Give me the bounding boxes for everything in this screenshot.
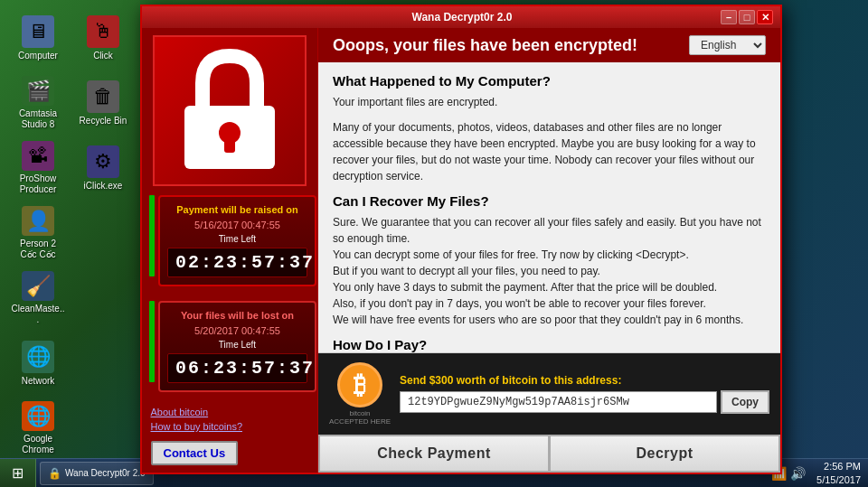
- timer1-box: Payment will be raised on 5/16/2017 00:4…: [158, 195, 316, 286]
- payment-section: ₿ bitcoin ACCEPTED HERE Send $300 worth …: [318, 353, 780, 435]
- timer1-progress-bar: [149, 195, 155, 276]
- timer1-date: 5/16/2017 00:47:55: [167, 220, 307, 230]
- start-icon: ⊞: [12, 464, 24, 482]
- timer2-wrapper: Your files will be lost on 5/20/2017 00:…: [149, 301, 310, 399]
- section1-para1: Your important files are encrypted.: [333, 94, 766, 110]
- timer2-box: Your files will be lost on 5/20/2017 00:…: [158, 301, 316, 392]
- timer2-countdown: 06:23:57:37: [167, 353, 307, 383]
- desktop-icon-network[interactable]: 🌐 Network: [7, 332, 69, 394]
- timer2-label: Time Left: [167, 340, 307, 350]
- content-area[interactable]: What Happened to My Computer? Your impor…: [318, 62, 780, 353]
- taskbar-item-icon: 🔒: [48, 467, 61, 480]
- taskbar-clock[interactable]: 2:56 PM 5/15/2017: [809, 460, 868, 486]
- check-payment-button[interactable]: Check Payment: [318, 435, 550, 473]
- padlock-image: [153, 35, 307, 186]
- window-controls: – □ ✕: [721, 10, 773, 24]
- timer1-title: Payment will be raised on: [167, 204, 307, 216]
- desktop-icon-iclick[interactable]: ⚙ iClick.exe: [72, 137, 134, 199]
- taskbar-item-label: Wana Decrypt0r 2.0: [65, 468, 146, 478]
- tray-volume-icon: 🔊: [790, 466, 806, 481]
- desktop-icon-camtasia[interactable]: 🎬 Camtasia Studio 8: [7, 72, 69, 134]
- timer1-label: Time Left: [167, 234, 307, 244]
- svg-rect-2: [224, 133, 235, 153]
- left-panel: Payment will be raised on 5/16/2017 00:4…: [142, 28, 318, 473]
- desktop-icon-person[interactable]: 👤 Person 2 Cốc Cốc: [7, 202, 69, 264]
- bitcoin-box: ₿ bitcoin ACCEPTED HERE Send $300 worth …: [329, 362, 769, 426]
- timer2-progress-bar: [149, 301, 155, 382]
- desktop-icon-click[interactable]: 🖱 Click: [72, 7, 134, 69]
- desktop-icon-chrome[interactable]: 🌐 Google Chrome: [7, 398, 69, 459]
- close-button[interactable]: ✕: [757, 10, 773, 24]
- right-panel: Ooops, your files have been encrypted! E…: [318, 28, 780, 473]
- maximize-button[interactable]: □: [739, 10, 755, 24]
- bitcoin-accepted-text: bitcoin ACCEPTED HERE: [329, 409, 391, 426]
- desktop-icons-area: 🖥 Computer 🎬 Camtasia Studio 8 📽 ProShow…: [0, 0, 145, 487]
- timer1-wrapper: Payment will be raised on 5/16/2017 00:4…: [149, 195, 310, 294]
- action-buttons: Check Payment Decrypt: [318, 435, 780, 473]
- bitcoin-icon: ₿: [337, 362, 382, 407]
- window-title: Wana Decrypt0r 2.0: [203, 11, 721, 23]
- desktop-icon-cleanmaster[interactable]: 🧹 CleanMaste...: [7, 267, 69, 329]
- bitcoin-logo: ₿ bitcoin ACCEPTED HERE: [329, 362, 391, 426]
- section1-heading: What Happened to My Computer?: [333, 73, 766, 89]
- minimize-button[interactable]: –: [721, 10, 737, 24]
- timer2-title: Your files will be lost on: [167, 310, 307, 322]
- contact-us-button[interactable]: Contact Us: [151, 441, 239, 465]
- timer2-date: 5/20/2017 00:47:55: [167, 325, 307, 336]
- language-select[interactable]: English 中文 Español Français: [689, 35, 766, 55]
- clock-time: 2:56 PM: [816, 460, 861, 473]
- desktop-icon-proshow[interactable]: 📽 ProShow Producer: [7, 137, 69, 199]
- links-area: About bitcoin How to buy bitcoins? Conta…: [151, 407, 309, 465]
- clock-date: 5/15/2017: [816, 473, 861, 486]
- desktop: 🖥 Computer 🎬 Camtasia Studio 8 📽 ProShow…: [0, 0, 868, 487]
- start-button[interactable]: ⊞: [0, 459, 36, 488]
- section2-paras: Sure. We guarantee that you can recover …: [333, 214, 766, 328]
- bitcoin-address-input[interactable]: [400, 391, 717, 413]
- window-titlebar: Wana Decrypt0r 2.0 – □ ✕: [142, 6, 780, 28]
- decrypt-button[interactable]: Decrypt: [550, 435, 780, 473]
- copy-button[interactable]: Copy: [721, 390, 769, 414]
- section2-heading: Can I Recover My Files?: [333, 193, 766, 209]
- taskbar-ransomware-item[interactable]: 🔒 Wana Decrypt0r 2.0: [40, 462, 154, 485]
- how-to-buy-link[interactable]: How to buy bitcoins?: [151, 421, 243, 432]
- payment-right: Send $300 worth of bitcoin to this addre…: [400, 374, 769, 414]
- ransomware-window: Wana Decrypt0r 2.0 – □ ✕: [140, 5, 782, 474]
- main-title: Ooops, your files have been encrypted!: [333, 36, 637, 55]
- right-header: Ooops, your files have been encrypted! E…: [318, 28, 780, 62]
- window-body: Payment will be raised on 5/16/2017 00:4…: [142, 28, 780, 473]
- section1-para2: Many of your documents, photos, videos, …: [333, 119, 766, 184]
- address-row: Copy: [400, 390, 769, 414]
- section3-heading: How Do I Pay?: [333, 337, 766, 352]
- send-label: Send $300 worth of bitcoin to this addre…: [400, 374, 769, 387]
- about-bitcoin-link[interactable]: About bitcoin: [151, 407, 209, 417]
- timer1-countdown: 02:23:57:37: [167, 248, 307, 277]
- desktop-icon-computer[interactable]: 🖥 Computer: [7, 7, 69, 69]
- desktop-icon-recycle[interactable]: 🗑 Recycle Bin: [72, 72, 134, 134]
